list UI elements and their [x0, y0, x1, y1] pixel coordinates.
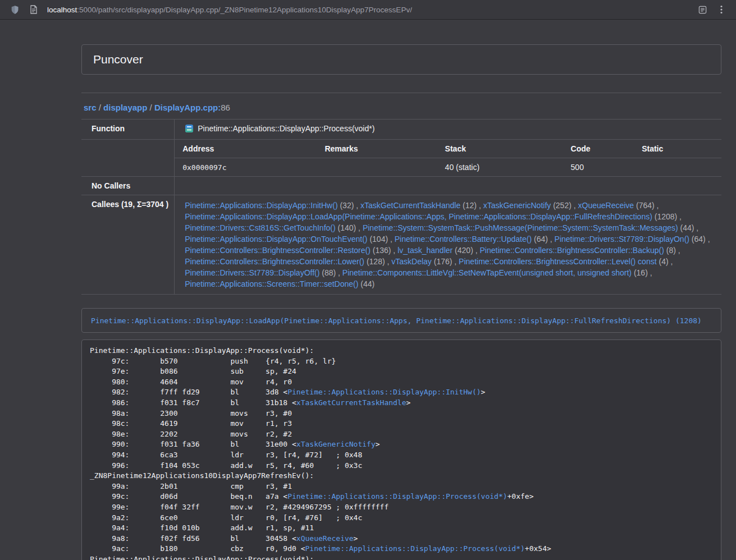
- function-row: Function Pinetime::Applications::Display…: [81, 120, 721, 140]
- detail-row: AddressRemarksStackCodeStatic 0x0000097c…: [81, 140, 721, 177]
- callee-link[interactable]: xQueueReceive: [578, 201, 634, 210]
- callee-link[interactable]: Pinetime::Applications::DisplayApp::OnTo…: [185, 235, 367, 244]
- breadcrumb-separator: /: [97, 103, 104, 112]
- callee-count: (64): [692, 235, 706, 244]
- callee-link[interactable]: Pinetime::Controllers::Battery::Update(): [395, 235, 532, 244]
- callee-separator: ,: [648, 268, 652, 277]
- no-callers-cell: [175, 177, 721, 195]
- detail-value: 40 (static): [437, 158, 563, 177]
- callee-separator: ,: [669, 257, 673, 266]
- loadapp-link-panel: Pinetime::Applications::DisplayApp::Load…: [81, 308, 721, 333]
- detail-row-label: [81, 140, 175, 177]
- callee-count: (12): [463, 201, 477, 210]
- detail-column-header: Static: [634, 140, 721, 158]
- callee-link[interactable]: Pinetime::Controllers::BrightnessControl…: [479, 246, 664, 255]
- detail-column-header: Address: [175, 140, 317, 158]
- callee-link[interactable]: lv_task_handler: [397, 246, 452, 255]
- callee-link[interactable]: Pinetime::Controllers::BrightnessControl…: [185, 246, 371, 255]
- code-symbol-link[interactable]: Pinetime::Applications::DisplayApp::Proc…: [287, 492, 507, 501]
- url-path: :5000/path/src/displayapp/DisplayApp.cpp…: [77, 6, 412, 14]
- function-name-cell: Pinetime::Applications::DisplayApp::Proc…: [175, 120, 721, 140]
- detail-value: [317, 158, 437, 177]
- callee-count: (104): [369, 235, 388, 244]
- disassembly: Pinetime::Applications::DisplayApp::Proc…: [90, 346, 713, 560]
- callee-count: (32): [340, 201, 354, 210]
- callee-count: (420): [455, 246, 473, 255]
- code-symbol-link[interactable]: Pinetime::Applications::DisplayApp::Init…: [287, 388, 481, 396]
- detail-value: [634, 158, 721, 177]
- callee-link[interactable]: Pinetime::Applications::DisplayApp::Load…: [185, 212, 652, 221]
- callee-separator: ,: [385, 257, 392, 266]
- callee-link[interactable]: Pinetime::Components::LittleVgl::SetNewT…: [342, 268, 632, 277]
- callee-link[interactable]: Pinetime::Controllers::BrightnessControl…: [459, 257, 656, 266]
- callee-link[interactable]: Pinetime::System::SystemTask::PushMessag…: [363, 223, 678, 232]
- callees-list: Pinetime::Applications::DisplayApp::Init…: [175, 195, 721, 295]
- code-symbol-link[interactable]: xTaskGetCurrentTaskHandle: [296, 398, 406, 407]
- function-row-label: Function: [81, 120, 175, 140]
- detail-value: 500: [563, 158, 634, 177]
- breadcrumb: src / displayapp / DisplayApp.cpp:86: [81, 93, 721, 119]
- menu-kebab-icon[interactable]: [714, 2, 729, 17]
- callee-link[interactable]: Pinetime::Controllers::BrightnessControl…: [185, 257, 364, 266]
- callee-separator: ,: [388, 235, 395, 244]
- callee-separator: ,: [354, 201, 360, 210]
- code-symbol-link[interactable]: xTaskGenericNotify: [296, 440, 376, 448]
- loadapp-symbol-link[interactable]: Pinetime::Applications::DisplayApp::Load…: [91, 316, 702, 325]
- callee-count: (16): [634, 268, 648, 277]
- breadcrumb-link[interactable]: displayapp: [103, 103, 147, 112]
- app-header-panel: Puncover: [81, 44, 721, 75]
- function-icon: [185, 124, 194, 135]
- callee-count: (64): [534, 235, 548, 244]
- detail-column-header: Code: [563, 140, 634, 158]
- breadcrumb-line-number: 86: [221, 103, 230, 112]
- breadcrumb-link[interactable]: DisplayApp.cpp:: [154, 103, 221, 112]
- callee-link[interactable]: Pinetime::Drivers::St7789::DisplayOn(): [555, 235, 689, 244]
- page-title: Puncover: [93, 53, 710, 66]
- callee-separator: ,: [694, 223, 698, 232]
- url-bar[interactable]: localhost:5000/path/src/displayapp/Displ…: [47, 6, 412, 14]
- callee-count: (4): [659, 257, 668, 266]
- callee-separator: ,: [548, 235, 555, 244]
- code-symbol-link[interactable]: Pinetime::Applications::DisplayApp::Proc…: [305, 544, 525, 553]
- callee-link[interactable]: Pinetime::Applications::Screens::Timer::…: [185, 279, 358, 288]
- detail-value: 0x0000097c: [175, 158, 317, 177]
- callee-separator: ,: [677, 212, 682, 221]
- detail-column-header: Remarks: [317, 140, 437, 158]
- callee-link[interactable]: Pinetime::Applications::DisplayApp::Init…: [185, 201, 337, 210]
- callee-count: (764): [636, 201, 655, 210]
- detail-table: AddressRemarksStackCodeStatic 0x0000097c…: [175, 140, 721, 176]
- callee-separator: ,: [336, 268, 342, 277]
- detail-value-row: 0x0000097c40 (static)500: [175, 158, 721, 177]
- callee-separator: ,: [473, 246, 480, 255]
- callee-link[interactable]: xTaskGetCurrentTaskHandle: [360, 201, 460, 210]
- callee-link[interactable]: Pinetime::Drivers::Cst816S::GetTouchInfo…: [185, 223, 335, 232]
- no-callers-row: No Callers: [81, 177, 721, 195]
- reader-mode-icon[interactable]: [694, 2, 710, 17]
- code-symbol-link[interactable]: xQueueReceive: [296, 534, 354, 543]
- callee-count: (44): [680, 223, 694, 232]
- callee-count: (252): [553, 201, 572, 210]
- callee-separator: ,: [676, 246, 680, 255]
- callee-count: (140): [338, 223, 356, 232]
- callee-link[interactable]: vTaskDelay: [391, 257, 432, 266]
- callee-count: (44): [360, 279, 374, 288]
- breadcrumb-link[interactable]: src: [84, 103, 97, 112]
- callee-separator: ,: [477, 201, 483, 210]
- function-name: Pinetime::Applications::DisplayApp::Proc…: [198, 124, 374, 133]
- breadcrumb-separator: /: [147, 103, 154, 112]
- detail-header-row: AddressRemarksStackCodeStatic: [175, 140, 721, 158]
- callee-link[interactable]: Pinetime::Drivers::St7789::DisplayOff(): [185, 268, 319, 277]
- callee-separator: ,: [572, 201, 578, 210]
- callee-count: (128): [367, 257, 385, 266]
- disassembly-panel: Pinetime::Applications::DisplayApp::Proc…: [81, 339, 721, 560]
- tracking-protection-shield-icon[interactable]: [7, 2, 22, 17]
- callee-count: (1208): [655, 212, 677, 221]
- browser-toolbar: localhost:5000/path/src/displayapp/Displ…: [0, 0, 736, 20]
- callee-link[interactable]: xTaskGenericNotify: [483, 201, 551, 210]
- callee-count: (136): [373, 246, 391, 255]
- page-info-icon[interactable]: [26, 2, 42, 17]
- callee-separator: ,: [356, 223, 363, 232]
- callee-count: (88): [322, 268, 336, 277]
- callee-separator: ,: [655, 201, 659, 210]
- detail-table-cell: AddressRemarksStackCodeStatic 0x0000097c…: [175, 140, 721, 177]
